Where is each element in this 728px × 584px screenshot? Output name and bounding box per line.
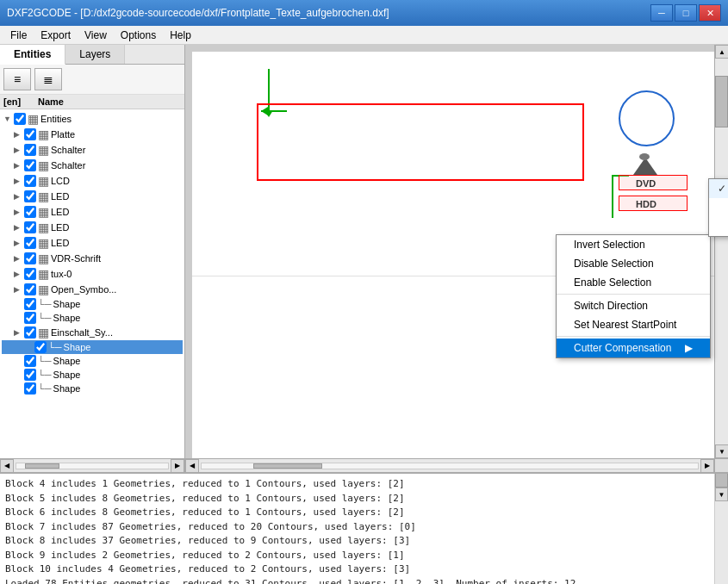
v-scroll-track[interactable]	[715, 59, 728, 444]
submenu-g41[interactable]: G41 Left Compensation	[709, 198, 728, 217]
tree-checkbox[interactable]	[24, 268, 36, 280]
right-arrow-v1	[612, 175, 613, 218]
ctx-enable-selection[interactable]: Enable Selection	[557, 273, 710, 292]
tree-checkbox[interactable]	[24, 237, 36, 249]
list-item[interactable]: ▶ ▦ LED	[2, 220, 183, 235]
tree-checkbox[interactable]	[24, 326, 36, 339]
canvas-hscrollbar[interactable]: ◀ ▶	[185, 458, 714, 472]
ctx-switch-direction[interactable]: Switch Direction	[557, 296, 710, 315]
ctx-cutter-compensation[interactable]: Cutter Compensation ▶	[557, 339, 710, 357]
list-item[interactable]: ▶ ▦ LED	[2, 235, 183, 251]
tree-checkbox[interactable]	[24, 221, 36, 233]
tree-label: VDR-Schrift	[51, 253, 101, 264]
list-item[interactable]: ▶ └─ Shape	[2, 311, 183, 325]
tree-label: LED	[51, 191, 69, 202]
expand-icon: ▶	[14, 285, 22, 294]
tree-label: LCD	[51, 176, 70, 186]
list-item[interactable]: ▶ ▦ Schalter	[2, 142, 183, 158]
ctx-nearest-startpoint[interactable]: Set Nearest StartPoint	[557, 315, 710, 334]
log-line: Block 6 includes 8 Geometries, reduced t…	[5, 506, 723, 520]
scroll-left-btn[interactable]: ◀	[0, 459, 14, 473]
tree-checkbox[interactable]	[24, 283, 36, 295]
tree-checkbox[interactable]	[24, 175, 36, 187]
entity-icon: ▦	[38, 127, 49, 141]
minimize-button[interactable]: ─	[650, 4, 673, 22]
tree-label: Shape	[53, 383, 81, 394]
list-item[interactable]: ▶ ▦ Einschalt_Sy...	[2, 325, 183, 340]
list-item[interactable]: ▶ └─ Shape	[2, 354, 183, 368]
scroll-right-btn[interactable]: ▶	[171, 459, 184, 473]
submenu-cutter: ✓ G40 No Compensation G41 Left Compensat…	[708, 178, 728, 237]
tree-container[interactable]: ▼ ▦ Entities ▶ ▦ Platte ▶ ▦ Schalter ▶	[0, 109, 184, 458]
shape-icon: └─	[38, 313, 52, 323]
menu-export[interactable]: Export	[34, 28, 78, 43]
expand-icon: ▶	[14, 223, 22, 232]
scroll-track[interactable]	[16, 463, 169, 469]
canvas-area[interactable]: DVD HDD	[185, 45, 728, 472]
log-scroll-down[interactable]: ▼	[715, 488, 728, 501]
submenu-g40[interactable]: ✓ G40 No Compensation	[709, 179, 728, 198]
list-item[interactable]: ▶ ▦ Platte	[2, 127, 183, 142]
expand-icon: ▶	[14, 254, 22, 263]
scroll-corner	[714, 458, 728, 472]
canvas-scroll-track[interactable]	[201, 463, 699, 469]
list-item[interactable]: ▶ ▦ LED	[2, 204, 183, 220]
expand-icon: ▶	[14, 239, 22, 247]
tree-checkbox[interactable]	[14, 113, 26, 125]
entity-icon: ▦	[38, 205, 49, 219]
list-item[interactable]: ▶ └─ Shape	[2, 297, 183, 311]
list-item[interactable]: ▶ └─ Shape	[2, 340, 183, 354]
tree-checkbox[interactable]	[24, 206, 36, 218]
tab-entities[interactable]: Entities	[0, 45, 65, 65]
submenu-g42[interactable]: G42 Right Compensation	[709, 217, 728, 236]
log-line: Block 5 includes 8 Geometries, reduced t…	[5, 492, 723, 506]
tree-checkbox[interactable]	[34, 341, 47, 353]
scroll-up-btn[interactable]: ▲	[715, 45, 728, 59]
canvas-vscrollbar[interactable]: ▲ ▼	[714, 45, 728, 458]
main-layout: Entities Layers ≡ ≣ [en] Name ▼ ▦ Entiti…	[0, 45, 728, 472]
entity-icon: ▦	[38, 267, 49, 281]
ctx-disable-selection[interactable]: Disable Selection	[557, 254, 710, 273]
ctx-invert-selection[interactable]: Invert Selection	[557, 235, 710, 254]
tree-item-entities[interactable]: ▼ ▦ Entities	[2, 111, 183, 127]
tree-checkbox[interactable]	[24, 144, 36, 156]
list-item[interactable]: ▶ └─ Shape	[2, 368, 183, 382]
scroll-right-canvas-btn[interactable]: ▶	[700, 459, 714, 473]
entity-icon: ▦	[38, 236, 49, 250]
left-hscroll[interactable]: ◀ ▶	[0, 458, 184, 472]
circle-top	[639, 153, 650, 160]
close-button[interactable]: ✕	[699, 4, 721, 22]
list-item[interactable]: ▶ ▦ VDR-Schrift	[2, 251, 183, 266]
menu-help[interactable]: Help	[163, 28, 198, 43]
scroll-left-canvas-btn[interactable]: ◀	[185, 459, 199, 473]
list-item[interactable]: ▶ ▦ Schalter	[2, 158, 183, 173]
log-vscrollbar[interactable]: ▲ ▼	[714, 474, 728, 584]
list-item[interactable]: ▶ └─ Shape	[2, 382, 183, 395]
list-item[interactable]: ▶ ▦ LED	[2, 189, 183, 204]
shape-icon: └─	[38, 356, 52, 366]
circle-shape	[619, 90, 675, 146]
tree-checkbox[interactable]	[24, 355, 36, 367]
menu-file[interactable]: File	[3, 28, 34, 43]
list-item[interactable]: ▶ ▦ LCD	[2, 173, 183, 189]
maximize-button[interactable]: □	[675, 4, 697, 22]
tree-checkbox[interactable]	[24, 252, 36, 264]
toolbar-btn-1[interactable]: ≡	[3, 68, 31, 90]
tree-checkbox[interactable]	[24, 128, 36, 140]
tree-checkbox[interactable]	[24, 298, 36, 310]
tab-layers[interactable]: Layers	[65, 45, 125, 64]
tree-checkbox[interactable]	[24, 312, 36, 324]
list-item[interactable]: ▶ ▦ Open_Symbo...	[2, 282, 183, 297]
list-item[interactable]: ▶ ▦ tux-0	[2, 266, 183, 282]
tree-checkbox[interactable]	[24, 369, 36, 381]
tree-checkbox[interactable]	[24, 382, 36, 395]
scroll-down-btn[interactable]: ▼	[715, 444, 728, 458]
shape-icon: └─	[48, 342, 62, 352]
tree-toolbar: ≡ ≣	[0, 65, 184, 95]
menu-view[interactable]: View	[78, 28, 114, 43]
left-panel: Entities Layers ≡ ≣ [en] Name ▼ ▦ Entiti…	[0, 45, 185, 472]
toolbar-btn-2[interactable]: ≣	[34, 68, 62, 90]
tree-checkbox[interactable]	[24, 159, 36, 171]
tree-checkbox[interactable]	[24, 190, 36, 202]
menu-options[interactable]: Options	[114, 28, 163, 43]
